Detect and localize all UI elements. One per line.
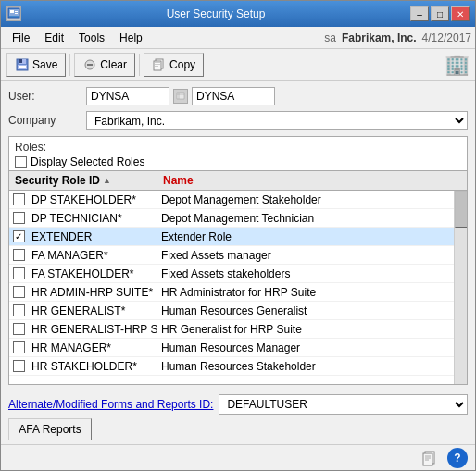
save-button[interactable]: Save [6, 53, 66, 77]
table-row[interactable]: DP TECHNICIAN*Depot Management Technicia… [9, 209, 454, 228]
svg-rect-7 [19, 59, 22, 63]
copy-icon [152, 57, 167, 72]
menu-edit[interactable]: Edit [37, 30, 71, 46]
row-checkbox[interactable] [9, 323, 28, 335]
table-row[interactable]: HR GENERALIST-HRP SUITE*HR Generalist fo… [9, 320, 454, 339]
row-checkbox-input[interactable]: ✓ [13, 230, 25, 242]
title-bar: User Security Setup – □ ✕ [1, 1, 475, 27]
save-label: Save [32, 58, 57, 71]
row-id-cell: HR ADMIN-HRP SUITE* [28, 286, 157, 299]
roles-table: DP STAKEHOLDER*Depot Management Stakehol… [9, 191, 454, 384]
row-checkbox-input[interactable] [13, 360, 25, 372]
row-checkbox[interactable] [9, 193, 28, 205]
row-name-cell: HR Generalist for HRP Suite [157, 323, 454, 336]
row-id-cell: FA MANAGER* [28, 249, 157, 262]
date-label: 4/12/2017 [422, 31, 471, 44]
table-row[interactable]: HR GENERALIST*Human Resources Generalist [9, 302, 454, 320]
separator1 [69, 54, 70, 76]
row-checkbox[interactable]: ✓ [9, 230, 28, 242]
menu-tools[interactable]: Tools [71, 30, 112, 46]
table-row[interactable]: HR MANAGER*Human Resources Manager [9, 339, 454, 357]
svg-rect-4 [15, 13, 18, 14]
scrollbar-thumb[interactable] [455, 191, 467, 228]
company-label: Company [8, 114, 82, 127]
alternate-select[interactable]: DEFAULTUSER [219, 394, 468, 415]
svg-rect-14 [155, 62, 160, 63]
row-checkbox-input[interactable] [13, 323, 25, 335]
table-row[interactable]: HR ADMIN-HRP SUITE*HR Administrator for … [9, 283, 454, 302]
row-checkbox[interactable] [9, 360, 28, 372]
status-bar: ? [1, 444, 475, 470]
save-icon [15, 57, 30, 72]
restore-button[interactable]: □ [431, 6, 449, 21]
row-id-cell: DP TECHNICIAN* [28, 212, 157, 225]
row-checkbox[interactable] [9, 304, 28, 316]
row-checkbox[interactable] [9, 286, 28, 298]
sa-label: sa [324, 31, 336, 44]
row-name-cell: Depot Management Stakeholder [157, 193, 454, 206]
copy-label: Copy [169, 58, 195, 71]
row-id-cell: HR GENERALIST-HRP SUITE* [28, 323, 157, 336]
roles-label: Roles: [9, 137, 467, 154]
table-header: Security Role ID ▲ Name [9, 170, 467, 191]
row-checkbox-input[interactable] [13, 193, 25, 205]
row-id-cell: HR STAKEHOLDER* [28, 360, 157, 373]
copy-status-icon[interactable] [420, 448, 440, 468]
row-checkbox[interactable] [9, 341, 28, 353]
toolbar-right: 🏢 [445, 53, 470, 77]
copy-button[interactable]: Copy [144, 53, 204, 77]
scrollbar[interactable] [454, 191, 467, 384]
row-name-cell: Depot Management Technician [157, 212, 454, 225]
row-checkbox[interactable] [9, 212, 28, 224]
row-checkbox-input[interactable] [13, 249, 25, 261]
menu-file[interactable]: File [5, 30, 37, 46]
afa-reports-button[interactable]: AFA Reports [8, 418, 92, 440]
close-button[interactable]: ✕ [451, 6, 470, 21]
table-row[interactable]: HR STAKEHOLDER*Human Resources Stakehold… [9, 357, 454, 376]
menu-help[interactable]: Help [112, 30, 150, 46]
svg-rect-2 [10, 10, 14, 13]
minimize-button[interactable]: – [410, 6, 429, 21]
row-name-cell: Human Resources Stakeholder [157, 360, 454, 373]
main-window: User Security Setup – □ ✕ File Edit Tool… [0, 0, 476, 471]
clear-label: Clear [100, 58, 127, 71]
row-id-cell: EXTENDER [28, 230, 157, 243]
user-input2[interactable] [192, 87, 275, 105]
display-selected-row: Display Selected Roles [9, 154, 467, 170]
clear-icon [82, 57, 97, 72]
col-id-header: Security Role ID ▲ [9, 173, 157, 188]
row-checkbox-input[interactable] [13, 304, 25, 316]
row-checkbox[interactable] [9, 249, 28, 261]
row-id-cell: DP STAKEHOLDER* [28, 193, 157, 206]
row-checkbox-input[interactable] [13, 267, 25, 279]
row-checkbox-input[interactable] [13, 212, 25, 224]
row-checkbox[interactable] [9, 267, 28, 279]
row-checkbox-input[interactable] [13, 341, 25, 353]
table-row[interactable]: ✓EXTENDERExtender Role [9, 228, 454, 246]
row-name-cell: HR Administrator for HRP Suite [157, 286, 454, 299]
company-select[interactable]: Fabrikam, Inc. [86, 111, 468, 130]
user-lookup-icon[interactable] [173, 89, 188, 104]
svg-rect-17 [177, 93, 184, 99]
help-icon[interactable]: ? [447, 448, 468, 468]
table-row[interactable]: DP STAKEHOLDER*Depot Management Stakehol… [9, 191, 454, 209]
row-id-cell: HR MANAGER* [28, 341, 157, 354]
bottom-section: Alternate/Modified Forms and Reports ID:… [1, 390, 475, 444]
svg-rect-15 [155, 64, 160, 65]
user-input1[interactable] [86, 87, 169, 105]
table-row[interactable]: FA MANAGER*Fixed Assets manager [9, 246, 454, 265]
row-id-cell: HR GENERALIST* [28, 304, 157, 317]
menu-bar: File Edit Tools Help sa Fabrikam, Inc. 4… [1, 27, 475, 49]
display-selected-label: Display Selected Roles [31, 155, 144, 168]
row-name-cell: Human Resources Manager [157, 341, 454, 354]
toolbar: Save Clear Copy [1, 49, 475, 81]
window-controls: – □ ✕ [410, 6, 470, 21]
display-selected-checkbox[interactable] [15, 156, 27, 168]
roles-section: Roles: Display Selected Roles Security R… [8, 136, 468, 385]
alternate-link[interactable]: Alternate/Modified Forms and Reports ID: [8, 398, 213, 411]
company-row: Company Fabrikam, Inc. [8, 110, 468, 130]
table-row[interactable]: FA STAKEHOLDER*Fixed Assets stakeholders [9, 265, 454, 283]
col-name-header: Name [157, 173, 467, 188]
row-checkbox-input[interactable] [13, 286, 25, 298]
clear-button[interactable]: Clear [74, 53, 135, 77]
